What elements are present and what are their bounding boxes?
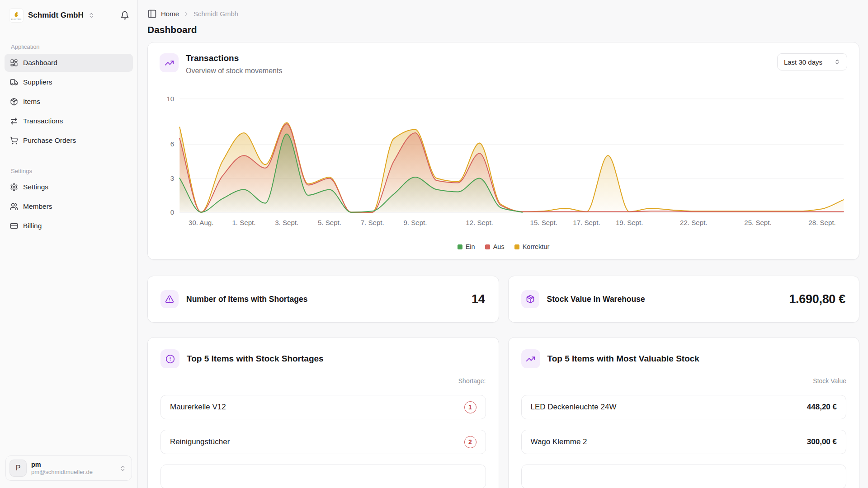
date-range-select[interactable]: Last 30 days [777, 53, 847, 70]
transactions-card-title: Transactions [186, 53, 282, 63]
sidebar-item-label: Suppliers [23, 78, 52, 86]
main-content: Home Schmidt Gmbh Dashboard Transactions… [138, 0, 868, 488]
sidebar-toggle-icon[interactable] [147, 9, 157, 19]
sidebar-item-transactions[interactable]: Transactions [5, 112, 133, 130]
stat-value: 1.690,80 € [789, 292, 845, 306]
date-range-value: Last 30 days [784, 58, 822, 66]
sidebar-item-label: Items [23, 98, 40, 106]
company-name: Schmidt GmbH [28, 11, 84, 20]
list-title: Top 5 Items with Most Valuable Stock [547, 354, 699, 364]
list-item[interactable]: Wago Klemme 2 300,00 € [521, 430, 847, 454]
shopping-cart-icon [10, 136, 18, 145]
sidebar-item-dashboard[interactable]: Dashboard [5, 54, 133, 72]
list-item-partial[interactable] [521, 465, 847, 488]
gear-icon [10, 183, 18, 191]
svg-text:9. Sept.: 9. Sept. [403, 219, 427, 226]
svg-text:25. Sept.: 25. Sept. [744, 219, 771, 226]
package-icon [521, 290, 539, 308]
sidebar: ELECTRIC Schmidt GmbH Application Dashbo… [0, 0, 138, 488]
list-item[interactable]: Maurerkelle V12 1 [160, 395, 486, 419]
shortage-badge: 1 [464, 401, 476, 413]
transactions-card-header: Transactions Overview of stock movements… [160, 53, 847, 75]
sidebar-item-label: Settings [23, 183, 48, 191]
sidebar-item-label: Transactions [23, 117, 63, 125]
chart-legend: Ein Aus Korrektur [160, 243, 847, 252]
sidebar-item-items[interactable]: Items [5, 93, 133, 111]
breadcrumb-home-link[interactable]: Home [161, 10, 179, 18]
stat-value: 14 [472, 292, 485, 306]
legend-label: Korrektur [523, 243, 550, 250]
company-switcher-chevrons-icon[interactable] [88, 12, 94, 19]
item-name: Wago Klemme 2 [531, 437, 587, 446]
list-item[interactable]: Reinigungstücher 2 [160, 430, 486, 454]
item-value: 300,00 € [807, 437, 837, 446]
sidebar-item-purchase-orders[interactable]: Purchase Orders [5, 131, 133, 150]
sidebar-item-billing[interactable]: Billing [5, 217, 133, 235]
legend-swatch-yellow [514, 244, 519, 249]
lists-row: Top 5 Items with Stock Shortages Shortag… [147, 337, 859, 488]
user-name: pm [31, 460, 115, 469]
transactions-chart: 0361030. Aug.1. Sept.3. Sept.5. Sept.7. … [160, 82, 847, 252]
stat-label: Number of Items with Shortages [186, 295, 464, 304]
svg-text:5. Sept.: 5. Sept. [318, 219, 341, 226]
area-chart: 0361030. Aug.1. Sept.3. Sept.5. Sept.7. … [160, 82, 847, 241]
nav-section-label: Application [0, 43, 137, 54]
users-icon [10, 202, 18, 211]
triangle-alert-icon [160, 290, 179, 308]
logo-caption: ELECTRIC [11, 18, 22, 20]
svg-text:17. Sept.: 17. Sept. [573, 219, 600, 226]
sidebar-item-members[interactable]: Members [5, 197, 133, 216]
user-meta: pm pm@schmidtmueller.de [31, 460, 115, 476]
sidebar-item-settings[interactable]: Settings [5, 178, 133, 196]
svg-text:7. Sept.: 7. Sept. [361, 219, 384, 226]
legend-swatch-green [458, 244, 462, 249]
legend-label: Ein [466, 243, 475, 250]
svg-text:3. Sept.: 3. Sept. [275, 219, 298, 226]
stats-row: Number of Items with Shortages 14 Stock … [147, 276, 859, 323]
shortage-badge: 2 [464, 436, 476, 448]
package-icon [10, 98, 18, 106]
sidebar-item-suppliers[interactable]: Suppliers [5, 73, 133, 91]
stat-card-stock-value: Stock Value in Warehouse 1.690,80 € [508, 276, 860, 323]
svg-text:30. Aug.: 30. Aug. [189, 219, 213, 226]
legend-label: Aus [493, 243, 505, 250]
sidebar-header: ELECTRIC Schmidt GmbH [0, 0, 137, 23]
svg-text:10: 10 [166, 95, 174, 103]
notifications-bell-icon[interactable] [120, 11, 129, 20]
truck-icon [10, 78, 18, 86]
page-title: Dashboard [147, 24, 859, 35]
user-menu[interactable]: P pm pm@schmidtmueller.de [5, 455, 132, 481]
column-header-shortage: Shortage: [160, 377, 486, 385]
legend-swatch-red [485, 244, 490, 249]
avatar: P [9, 460, 27, 477]
arrows-left-right-icon [10, 117, 18, 125]
legend-item-korrektur: Korrektur [514, 243, 550, 250]
nav-section-settings: Settings Settings Members Billing [0, 168, 137, 235]
svg-text:0: 0 [170, 208, 174, 216]
list-item-partial[interactable] [160, 465, 486, 488]
trending-up-icon [521, 349, 540, 368]
svg-text:3: 3 [170, 174, 174, 182]
trending-up-icon [160, 53, 179, 72]
legend-item-aus: Aus [485, 243, 505, 250]
top-valuable-card: Top 5 Items with Most Valuable Stock Sto… [508, 337, 860, 488]
stat-card-shortages: Number of Items with Shortages 14 [147, 276, 499, 323]
legend-item-ein: Ein [458, 243, 475, 250]
nav-section-application: Application Dashboard Suppliers Items [0, 43, 137, 150]
item-value: 448,20 € [807, 403, 837, 412]
sidebar-item-label: Members [23, 202, 52, 211]
top-shortages-card: Top 5 Items with Stock Shortages Shortag… [147, 337, 499, 488]
svg-text:28. Sept.: 28. Sept. [808, 219, 835, 226]
column-header-stock-value: Stock Value [521, 377, 847, 385]
item-name: Maurerkelle V12 [170, 403, 226, 412]
svg-text:22. Sept.: 22. Sept. [680, 219, 707, 226]
list-title: Top 5 Items with Stock Shortages [187, 354, 324, 364]
sidebar-item-label: Billing [23, 222, 42, 230]
company-logo: ELECTRIC [9, 8, 24, 23]
alert-circle-icon [160, 349, 179, 368]
list-item[interactable]: LED Deckenleuchte 24W 448,20 € [521, 395, 847, 419]
stat-label: Stock Value in Warehouse [547, 295, 782, 304]
transactions-card: Transactions Overview of stock movements… [147, 42, 859, 260]
item-name: LED Deckenleuchte 24W [531, 403, 617, 412]
svg-text:6: 6 [170, 140, 174, 148]
